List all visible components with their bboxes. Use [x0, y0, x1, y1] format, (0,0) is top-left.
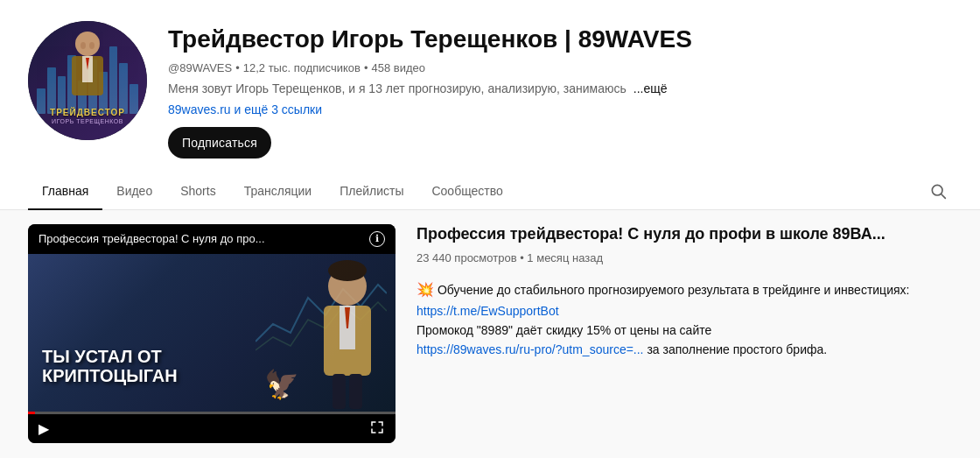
search-icon: [929, 182, 947, 200]
channel-subscribers: 12,2 тыс. подписчиков: [243, 61, 360, 74]
desc-link1[interactable]: https://t.me/EwSupportBot: [416, 304, 559, 318]
nav-item-videos[interactable]: Видео: [102, 173, 166, 210]
fullscreen-icon: [369, 419, 385, 435]
nav-item-shorts[interactable]: Shorts: [166, 173, 229, 210]
thumbnail-stamp-icon: 🦅: [264, 368, 299, 401]
svg-point-3: [89, 42, 94, 49]
nav-item-community[interactable]: Сообщество: [417, 173, 516, 210]
channel-info: Трейдвестор Игорь Терещенков | 89WAVES @…: [168, 21, 952, 159]
video-progress-fill: [28, 412, 35, 414]
desc-line1: Обучение до стабильного прогнозируемого …: [438, 283, 910, 297]
video-title-bar-text: Профессия трейдвестора! С нуля до про...: [38, 232, 369, 245]
fullscreen-button[interactable]: [369, 419, 385, 438]
desc-promo: Промокод "8989" даёт скидку 15% от цены …: [416, 323, 711, 337]
channel-header: ТРЕЙДВЕСТОР ИГОРЬ ТЕРЕЩЕНКОВ Трейдвестор…: [0, 0, 980, 173]
subscribe-button[interactable]: Подписаться: [168, 127, 271, 159]
video-controls: ▶: [28, 414, 396, 443]
video-progress-bar[interactable]: [28, 412, 396, 414]
thumbnail-person-figure: [308, 258, 387, 412]
channel-links: 89waves.ru и ещё 3 ссылки: [168, 102, 952, 116]
nav-items-container: Главная Видео Shorts Трансляции Плейлист…: [28, 173, 924, 209]
desc-emoji: 💥: [416, 282, 434, 297]
svg-rect-15: [349, 374, 362, 409]
video-thumbnail[interactable]: ТЫ УСТАЛ ОТ КРИПТОЦЫГАН: [28, 254, 396, 412]
channel-handle: @89WAVES: [168, 61, 232, 74]
video-info-button[interactable]: ℹ: [369, 231, 385, 247]
svg-point-9: [328, 260, 367, 281]
play-button[interactable]: ▶: [38, 420, 49, 437]
channel-search-button[interactable]: [924, 177, 952, 205]
channel-website-link[interactable]: 89waves.ru и ещё 3 ссылки: [168, 102, 322, 116]
svg-point-0: [75, 32, 100, 56]
video-player-card: Профессия трейдвестора! С нуля до про...…: [28, 224, 396, 443]
avatar-person-figure: [61, 26, 114, 114]
desc-link2[interactable]: https://89waves.ru/ru-pro/?utm_source=..…: [416, 342, 644, 356]
main-content: Профессия трейдвестора! С нуля до про...…: [0, 210, 980, 457]
video-description: 💥 Обучение до стабильного прогнозируемог…: [416, 278, 952, 360]
video-details: Профессия трейдвестора! С нуля до профи …: [416, 224, 952, 443]
meta-dot1: •: [235, 61, 240, 74]
channel-desc-text: Меня зовут Игорь Терещенков, и я 13 лет …: [168, 81, 626, 95]
channel-avatar: ТРЕЙДВЕСТОР ИГОРЬ ТЕРЕЩЕНКОВ: [28, 21, 147, 140]
meta-dot2: •: [364, 61, 368, 74]
channel-nav: Главная Видео Shorts Трансляции Плейлист…: [0, 173, 980, 210]
video-stats: 23 440 просмотров • 1 месяц назад: [416, 251, 952, 264]
channel-description: Меня зовут Игорь Терещенков, и я 13 лет …: [168, 81, 952, 95]
svg-point-2: [80, 42, 86, 49]
avatar-text: ТРЕЙДВЕСТОР ИГОРЬ ТЕРЕЩЕНКОВ: [28, 108, 147, 124]
nav-item-streams[interactable]: Трансляции: [230, 173, 326, 210]
channel-more-link[interactable]: ...ещё: [634, 81, 668, 95]
channel-meta: @89WAVES • 12,2 тыс. подписчиков • 458 в…: [168, 61, 952, 74]
content-area: Профессия трейдвестора! С нуля до про...…: [0, 210, 980, 458]
video-detail-title: Профессия трейдвестора! С нуля до профи …: [416, 224, 952, 244]
channel-video-count: 458 видео: [371, 61, 425, 74]
desc-suffix: за заполнение простого брифа.: [647, 342, 827, 356]
channel-name: Трейдвестор Игорь Терещенков | 89WAVES: [168, 25, 952, 54]
svg-line-7: [942, 194, 946, 198]
nav-item-playlists[interactable]: Плейлисты: [326, 173, 417, 210]
svg-rect-14: [332, 374, 346, 409]
nav-item-home[interactable]: Главная: [28, 173, 102, 210]
video-title-bar: Профессия трейдвестора! С нуля до про...…: [28, 224, 396, 254]
